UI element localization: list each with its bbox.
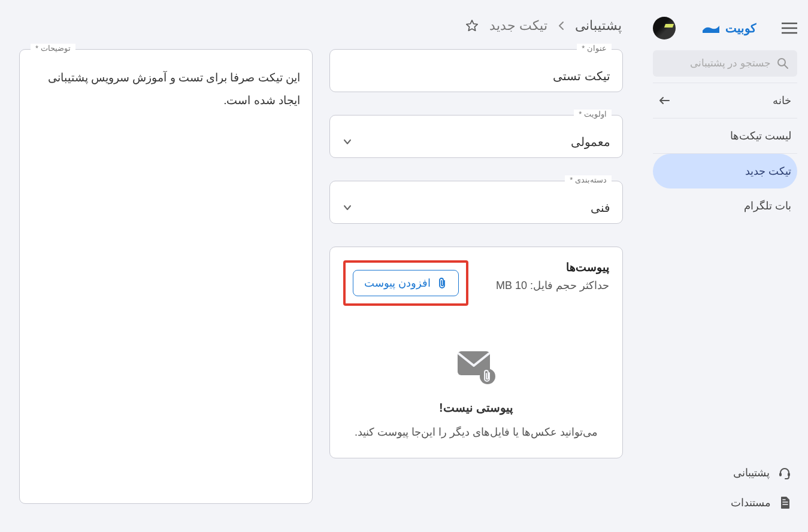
category-select[interactable]: دسته‌بندی * فنی (329, 181, 623, 224)
breadcrumb: پشتیبانی تیکت جدید (0, 0, 642, 49)
attachments-empty: پیوستی نیست! می‌توانید عکس‌ها یا فایل‌ها… (343, 306, 609, 445)
footer-item-support[interactable]: پشتیبانی (653, 458, 791, 488)
attachments-card: پیوست‌ها حداکثر حجم فایل: 10 MB افزودن پ… (329, 247, 623, 458)
svg-rect-1 (779, 473, 782, 476)
title-value: تیکت تستی (340, 69, 610, 83)
sidebar-footer: پشتیبانی مستندات (642, 448, 808, 532)
search-icon (777, 57, 789, 69)
category-value: فنی (352, 200, 610, 215)
title-label: عنوان * (577, 44, 612, 53)
chevron-down-icon (343, 139, 352, 145)
chevron-left-icon (558, 21, 564, 31)
footer-item-label: مستندات (731, 496, 771, 509)
search-input[interactable] (644, 57, 771, 69)
search-box[interactable] (653, 50, 797, 77)
menu-icon[interactable] (782, 22, 797, 34)
arrow-left-icon (659, 96, 670, 105)
category-label: دسته‌بندی * (565, 175, 612, 184)
mail-attachment-icon (455, 348, 497, 386)
main: پشتیبانی تیکت جدید عنوان * تیکت تستی (0, 0, 642, 532)
footer-item-label: پشتیبانی (733, 466, 770, 479)
title-field[interactable]: عنوان * تیکت تستی (329, 49, 623, 92)
description-label: توضیحات * (31, 44, 75, 53)
sidebar-item-telegram-bot[interactable]: بات تلگرام (653, 189, 797, 223)
sidebar-item-new-ticket[interactable]: تیکت جدید (653, 154, 797, 189)
sidebar-item-tickets[interactable]: لیست تیکت‌ها (653, 118, 797, 154)
attachments-max: حداکثر حجم فایل: 10 MB (496, 279, 609, 292)
document-icon (779, 496, 791, 509)
brand-text: کوبیت (725, 21, 756, 35)
description-value: این تیکت صرفا برای تست و آموزش سرویس پشت… (32, 66, 300, 112)
priority-label: اولویت * (574, 110, 612, 118)
sidebar: کوبیت خانه لیست تیکت‌ها (642, 0, 808, 532)
sidebar-item-label: بات تلگرام (744, 199, 791, 212)
priority-select[interactable]: اولویت * معمولی (329, 115, 623, 158)
brand-logo[interactable]: کوبیت (701, 21, 756, 35)
wave-icon (701, 23, 719, 33)
sidebar-item-label: تیکت جدید (745, 165, 791, 178)
breadcrumb-current: تیکت جدید (489, 18, 547, 34)
empty-title: پیوستی نیست! (349, 400, 603, 415)
sidebar-item-label: لیست تیکت‌ها (730, 129, 791, 142)
sidebar-item-label: خانه (773, 94, 791, 107)
breadcrumb-root[interactable]: پشتیبانی (575, 18, 622, 34)
footer-item-docs[interactable]: مستندات (653, 488, 791, 518)
add-attachment-label: افزودن پیوست (364, 276, 431, 290)
attachments-title: پیوست‌ها (496, 260, 609, 274)
sidebar-header: کوبیت (642, 0, 808, 50)
star-icon[interactable] (465, 19, 479, 32)
avatar[interactable] (653, 17, 676, 39)
chevron-down-icon (343, 205, 352, 211)
form-column: عنوان * تیکت تستی اولویت * معمولی (329, 49, 623, 504)
headset-icon (778, 466, 791, 479)
highlight-box: افزودن پیوست (343, 260, 468, 306)
add-attachment-button[interactable]: افزودن پیوست (353, 270, 459, 296)
empty-desc: می‌توانید عکس‌ها یا فایل‌های دیگر را این… (349, 425, 603, 439)
paperclip-icon (437, 277, 447, 289)
description-column: توضیحات * این تیکت صرفا برای تست و آموزش… (19, 49, 313, 504)
description-field[interactable]: توضیحات * این تیکت صرفا برای تست و آموزش… (19, 49, 313, 504)
svg-point-0 (778, 59, 785, 66)
nav: خانه لیست تیکت‌ها تیکت جدید بات تلگرام (642, 83, 808, 448)
priority-value: معمولی (352, 135, 610, 149)
sidebar-item-home[interactable]: خانه (653, 83, 797, 118)
